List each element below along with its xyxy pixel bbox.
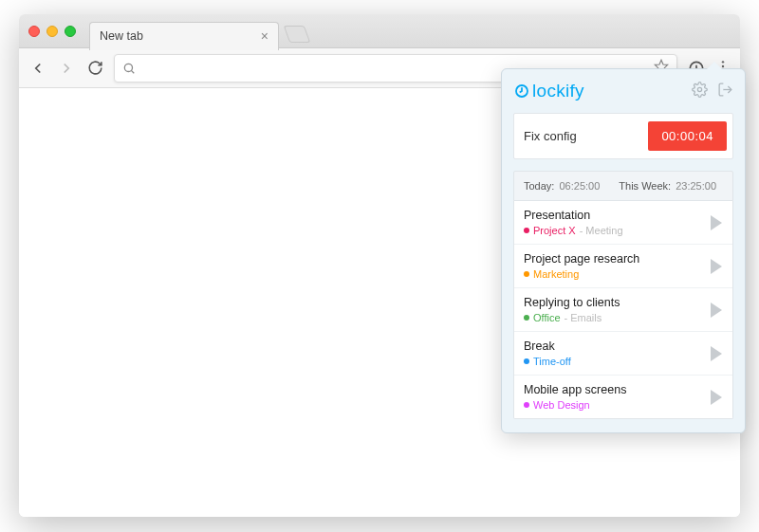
- time-entry[interactable]: BreakTime-off: [514, 332, 732, 376]
- entry-title: Presentation: [524, 209, 702, 222]
- play-entry-button[interactable]: [710, 259, 723, 274]
- svg-point-0: [124, 64, 132, 71]
- close-window-button[interactable]: [28, 26, 40, 37]
- play-entry-button[interactable]: [710, 390, 723, 405]
- close-tab-icon[interactable]: ×: [261, 28, 268, 44]
- play-icon: [711, 303, 722, 318]
- tab-title: New tab: [100, 29, 261, 43]
- play-icon: [711, 346, 722, 361]
- entry-main: BreakTime-off: [524, 339, 702, 367]
- reload-button[interactable]: [85, 59, 104, 78]
- popup-header: lockify: [513, 81, 733, 101]
- entry-project-line: Office - Emails: [524, 312, 702, 323]
- logout-icon[interactable]: [717, 82, 733, 101]
- play-icon: [711, 390, 722, 405]
- svg-line-1: [131, 70, 134, 73]
- entry-tag: - Emails: [565, 312, 602, 323]
- search-icon: [122, 62, 136, 75]
- entry-project: Project X: [533, 225, 576, 236]
- entry-title: Mobile app screens: [524, 383, 702, 396]
- project-color-dot: [524, 315, 529, 321]
- time-entry[interactable]: PresentationProject X - Meeting: [514, 201, 732, 245]
- clockify-logo: lockify: [513, 81, 584, 101]
- running-task-label[interactable]: Fix config: [524, 129, 648, 143]
- entry-main: Mobile app screensWeb Design: [524, 383, 702, 411]
- svg-point-4: [722, 61, 724, 63]
- browser-tab[interactable]: New tab ×: [89, 22, 279, 50]
- minimize-window-button[interactable]: [46, 26, 58, 37]
- time-entry[interactable]: Replying to clientsOffice - Emails: [514, 288, 732, 332]
- running-timer-row: Fix config 00:00:04: [513, 113, 733, 159]
- time-entry[interactable]: Project page researchMarketing: [514, 245, 732, 288]
- project-color-dot: [524, 271, 529, 277]
- entry-title: Break: [524, 339, 702, 353]
- forward-button[interactable]: [57, 59, 76, 78]
- popup-actions: [692, 82, 733, 101]
- project-color-dot: [524, 358, 529, 364]
- clockify-logo-icon: [513, 83, 530, 100]
- entry-project: Office: [533, 312, 561, 323]
- settings-icon[interactable]: [692, 82, 708, 101]
- clockify-popup: lockify Fix config 00:00:04 Today: 06:25…: [501, 68, 746, 433]
- window-controls: [28, 26, 76, 37]
- new-tab-button[interactable]: [284, 26, 311, 43]
- maximize-window-button[interactable]: [65, 26, 76, 37]
- time-entry[interactable]: Mobile app screensWeb Design: [514, 376, 732, 418]
- project-color-dot: [524, 402, 529, 408]
- play-icon: [711, 259, 722, 274]
- today-summary: Today: 06:25:00: [524, 180, 600, 192]
- play-entry-button[interactable]: [710, 215, 723, 230]
- time-entries-list: PresentationProject X - MeetingProject p…: [513, 201, 733, 419]
- entry-project: Time-off: [533, 356, 571, 367]
- entry-main: PresentationProject X - Meeting: [524, 209, 702, 236]
- project-color-dot: [524, 228, 529, 233]
- entry-project-line: Project X - Meeting: [524, 225, 702, 236]
- week-summary: This Week: 23:25:00: [619, 180, 716, 192]
- brand-text: lockify: [532, 81, 584, 101]
- stop-timer-button[interactable]: 00:00:04: [648, 121, 727, 151]
- svg-point-8: [697, 87, 701, 91]
- time-summary-bar: Today: 06:25:00 This Week: 23:25:00: [513, 171, 733, 201]
- entry-project: Web Design: [533, 399, 590, 411]
- entry-project-line: Web Design: [524, 399, 702, 411]
- back-button[interactable]: [28, 59, 47, 78]
- entry-project-line: Time-off: [524, 356, 702, 367]
- play-entry-button[interactable]: [710, 303, 723, 318]
- entry-project: Marketing: [533, 268, 579, 280]
- entry-main: Replying to clientsOffice - Emails: [524, 296, 702, 323]
- play-icon: [711, 215, 722, 230]
- entry-project-line: Marketing: [524, 268, 702, 280]
- entry-tag: - Meeting: [580, 225, 623, 236]
- title-bar: New tab ×: [19, 14, 740, 48]
- play-entry-button[interactable]: [710, 346, 723, 361]
- entry-title: Project page research: [524, 252, 702, 266]
- entry-title: Replying to clients: [524, 296, 702, 309]
- entry-main: Project page researchMarketing: [524, 252, 702, 280]
- svg-point-5: [722, 64, 724, 66]
